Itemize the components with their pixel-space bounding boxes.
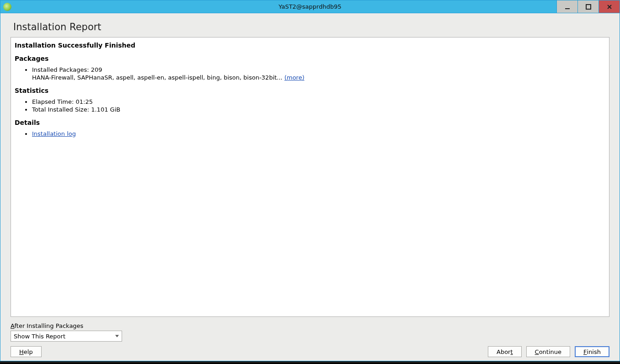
close-icon — [607, 4, 612, 10]
button-bar: Help Abort Continue Finish — [11, 346, 609, 357]
maximize-icon — [586, 4, 591, 10]
total-installed-size: Total Installed Size: 1.101 GiB — [32, 106, 605, 114]
finish-button[interactable]: Finish — [575, 346, 609, 357]
taskbar — [0, 361, 620, 363]
packages-list: Installed Packages: 209 HANA-Firewall, S… — [15, 66, 605, 82]
yast-app-icon — [3, 3, 11, 11]
installation-log-item: Installation log — [32, 130, 605, 138]
package-list-preview: HANA-Firewall, SAPHanaSR, aspell, aspell… — [32, 74, 284, 81]
help-button[interactable]: Help — [11, 346, 42, 357]
statistics-heading: Statistics — [15, 86, 605, 95]
dropdown-selected: Show This Report — [14, 333, 65, 340]
window-frame: YaST2@sapprdhdb95 Installation Report In… — [0, 0, 620, 361]
details-heading: Details — [15, 118, 605, 127]
report-pane: Installation Successfully Finished Packa… — [11, 37, 609, 317]
maximize-button[interactable] — [577, 0, 599, 13]
title-bar: YaST2@sapprdhdb95 — [0, 0, 620, 13]
elapsed-time: Elapsed Time: 01:25 — [32, 98, 605, 106]
page-title: Installation Report — [13, 21, 607, 32]
details-list: Installation log — [15, 130, 605, 138]
minimize-button[interactable] — [556, 0, 577, 13]
abort-button[interactable]: Abort — [488, 346, 522, 357]
packages-heading: Packages — [15, 54, 605, 63]
continue-button[interactable]: Continue — [526, 346, 570, 357]
window-title: YaST2@sapprdhdb95 — [278, 3, 341, 10]
after-install-dropdown[interactable]: Show This Report — [11, 331, 122, 342]
after-install-label: After Installing Packages — [11, 322, 609, 329]
chevron-down-icon — [115, 335, 119, 337]
more-link[interactable]: (more) — [284, 74, 305, 81]
installed-count: Installed Packages: 209 — [32, 66, 102, 73]
statistics-list: Elapsed Time: 01:25 Total Installed Size… — [15, 98, 605, 114]
installation-log-link[interactable]: Installation log — [32, 130, 76, 137]
svg-rect-0 — [565, 8, 570, 9]
installed-packages-item: Installed Packages: 209 HANA-Firewall, S… — [32, 66, 605, 82]
window-controls — [556, 0, 620, 13]
minimize-icon — [565, 4, 570, 10]
status-heading: Installation Successfully Finished — [15, 41, 605, 50]
svg-rect-1 — [586, 5, 591, 9]
close-button[interactable] — [599, 0, 620, 13]
content-area: Installation Report Installation Success… — [0, 13, 620, 361]
